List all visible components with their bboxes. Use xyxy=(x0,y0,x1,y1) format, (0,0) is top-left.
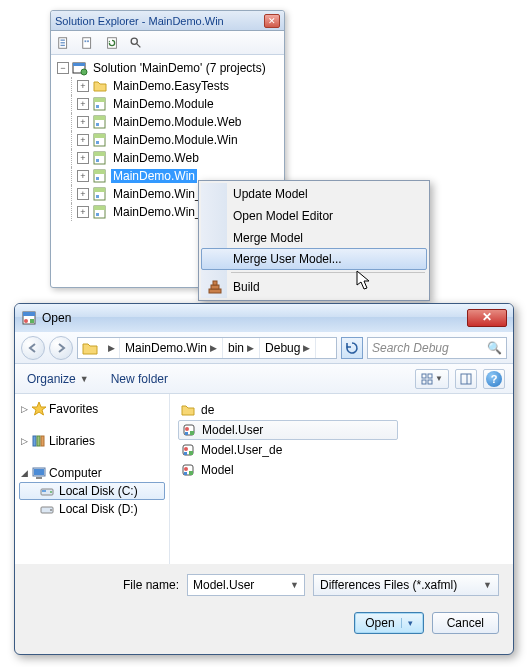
svg-rect-1 xyxy=(61,39,65,40)
computer-icon xyxy=(31,465,47,481)
sidebar-drive-d[interactable]: Local Disk (D:) xyxy=(19,500,165,518)
menu-item[interactable]: Open Model Editor xyxy=(201,205,427,227)
svg-rect-43 xyxy=(34,469,44,475)
back-button[interactable] xyxy=(21,336,45,360)
drive-icon xyxy=(39,483,55,499)
help-button[interactable]: ? xyxy=(483,369,505,389)
breadcrumb-item[interactable]: Debug▶ xyxy=(260,338,316,358)
properties-icon[interactable] xyxy=(55,34,73,52)
sidebar: ▷ Favorites ▷ Libraries ◢ xyxy=(15,394,170,564)
menu-item[interactable]: Merge User Model... xyxy=(201,248,427,270)
expand-icon[interactable]: + xyxy=(77,152,89,164)
svg-rect-11 xyxy=(73,63,85,66)
expand-icon[interactable]: + xyxy=(77,134,89,146)
build-icon xyxy=(207,279,223,295)
menu-item[interactable]: Update Model xyxy=(201,183,427,205)
dialog-bottom: File name: Model.User ▼ Differences File… xyxy=(15,564,513,634)
file-item[interactable]: Model.User xyxy=(178,420,398,440)
sidebar-drive-c[interactable]: Local Disk (C:) xyxy=(19,482,165,500)
solution-explorer-titlebar[interactable]: Solution Explorer - MainDemo.Win ✕ xyxy=(51,11,284,31)
search-icon: 🔍 xyxy=(487,341,502,355)
new-folder-button[interactable]: New folder xyxy=(111,372,168,386)
svg-rect-20 xyxy=(94,152,105,156)
tree-project-item[interactable]: +MainDemo.Module.Web xyxy=(53,113,282,131)
view-mode-button[interactable]: ▼ xyxy=(415,369,449,389)
svg-rect-14 xyxy=(94,98,105,102)
open-dialog: Open ✕ ▶ MainDemo.Win▶ bin▶ Debug▶ Searc… xyxy=(14,303,514,655)
breadcrumb-item[interactable]: bin▶ xyxy=(223,338,260,358)
tree-project-item[interactable]: +MainDemo.Module xyxy=(53,95,282,113)
open-dialog-icon xyxy=(21,310,37,326)
refresh-icon[interactable] xyxy=(103,34,121,52)
expand-icon[interactable]: − xyxy=(57,62,69,74)
svg-point-51 xyxy=(185,427,189,431)
file-item[interactable]: Model xyxy=(178,460,505,480)
svg-rect-36 xyxy=(428,380,432,384)
cancel-button[interactable]: Cancel xyxy=(432,612,499,634)
breadcrumb-bar[interactable]: ▶ MainDemo.Win▶ bin▶ Debug▶ xyxy=(77,337,337,359)
breadcrumb-item[interactable]: MainDemo.Win▶ xyxy=(120,338,223,358)
svg-rect-61 xyxy=(184,472,187,475)
svg-rect-5 xyxy=(85,40,87,42)
menu-item[interactable]: Merge Model xyxy=(201,227,427,249)
organize-button[interactable]: Organize ▼ xyxy=(23,370,93,388)
collapse-icon: ▷ xyxy=(19,436,29,446)
tree-solution-root[interactable]: − Solution 'MainDemo' (7 projects) xyxy=(53,59,282,77)
chevron-right-icon: ▶ xyxy=(303,343,310,353)
svg-point-55 xyxy=(184,447,188,451)
tree-item-label: MainDemo.Module.Win xyxy=(111,133,240,147)
menu-item[interactable]: Build xyxy=(201,276,427,298)
open-dialog-titlebar[interactable]: Open ✕ xyxy=(15,304,513,332)
expand-icon[interactable]: + xyxy=(77,116,89,128)
chevron-right-icon: ▶ xyxy=(247,343,254,353)
chevron-down-icon: ▼ xyxy=(290,580,299,590)
file-icon xyxy=(181,422,197,438)
split-chevron-icon[interactable]: ▾ xyxy=(401,618,413,628)
menu-separator xyxy=(231,272,425,273)
sidebar-favorites[interactable]: ▷ Favorites xyxy=(19,400,165,418)
expand-icon[interactable]: + xyxy=(77,80,89,92)
tree-item-label: MainDemo.Win xyxy=(111,169,197,183)
chevron-right-icon: ▶ xyxy=(210,343,217,353)
preview-icon xyxy=(460,373,472,385)
open-button[interactable]: Open ▾ xyxy=(354,612,423,634)
sidebar-libraries[interactable]: ▷ Libraries xyxy=(19,432,165,450)
file-item[interactable]: Model.User_de xyxy=(178,440,505,460)
svg-point-47 xyxy=(50,491,52,493)
show-all-icon[interactable] xyxy=(79,34,97,52)
expand-icon[interactable]: + xyxy=(77,98,89,110)
dialog-close-button[interactable]: ✕ xyxy=(467,309,507,327)
solution-icon xyxy=(72,60,88,76)
sidebar-computer[interactable]: ◢ Computer xyxy=(19,464,165,482)
help-icon: ? xyxy=(486,371,502,387)
file-pane[interactable]: deModel.UserModel.User_deModel xyxy=(170,394,513,564)
nav-row: ▶ MainDemo.Win▶ bin▶ Debug▶ Search Debug… xyxy=(15,332,513,364)
tree-project-item[interactable]: +MainDemo.Module.Win xyxy=(53,131,282,149)
expand-icon[interactable]: + xyxy=(77,170,89,182)
file-icon xyxy=(180,462,196,478)
expand-icon[interactable]: + xyxy=(77,188,89,200)
filetype-select[interactable]: Differences Files (*.xafml) ▼ xyxy=(313,574,499,596)
project-icon xyxy=(92,96,108,112)
refresh-button[interactable] xyxy=(341,337,363,359)
breadcrumb-root[interactable]: ▶ xyxy=(101,338,120,358)
project-icon xyxy=(92,114,108,130)
drive-icon xyxy=(39,501,55,517)
forward-button[interactable] xyxy=(49,336,73,360)
view-code-icon[interactable] xyxy=(127,34,145,52)
tree-project-item[interactable]: +MainDemo.Web xyxy=(53,149,282,167)
file-item[interactable]: de xyxy=(178,400,505,420)
close-icon[interactable]: ✕ xyxy=(264,14,280,28)
context-menu-items: Update ModelOpen Model EditorMerge Model… xyxy=(201,183,427,298)
filename-input[interactable]: Model.User ▼ xyxy=(187,574,305,596)
tree-project-item[interactable]: +MainDemo.EasyTests xyxy=(53,77,282,95)
search-input[interactable]: Search Debug 🔍 xyxy=(367,337,507,359)
project-icon xyxy=(92,204,108,220)
svg-point-59 xyxy=(184,467,188,471)
svg-rect-34 xyxy=(428,374,432,378)
svg-rect-37 xyxy=(461,374,471,384)
expand-icon[interactable]: + xyxy=(77,206,89,218)
solution-explorer-toolbar xyxy=(51,31,284,55)
preview-pane-button[interactable] xyxy=(455,369,477,389)
svg-rect-29 xyxy=(213,281,217,285)
